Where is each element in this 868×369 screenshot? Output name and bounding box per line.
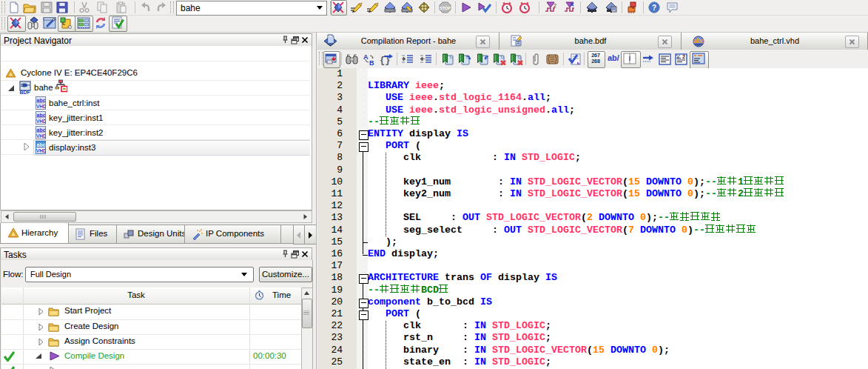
svg-text:?: ? — [652, 4, 656, 12]
svg-text:abc: abc — [37, 127, 46, 133]
svg-text:{}: {} — [380, 56, 390, 66]
svg-text:VHD: VHD — [36, 104, 46, 109]
svg-text:abc: abc — [693, 37, 704, 44]
svg-text:B: B — [369, 59, 374, 66]
svg-text:VHD: VHD — [36, 133, 46, 139]
svg-text:abc: abc — [37, 142, 46, 147]
svg-text:abc: abc — [37, 113, 46, 118]
svg-text:2: 2 — [682, 54, 685, 59]
svg-text:STOP: STOP — [440, 6, 451, 10]
svg-text:VHD: VHD — [36, 148, 46, 153]
svg-text:VHD: VHD — [36, 119, 46, 124]
svg-text:2: 2 — [554, 3, 556, 8]
svg-text:abc: abc — [37, 98, 46, 103]
svg-text:BDF: BDF — [20, 90, 31, 95]
